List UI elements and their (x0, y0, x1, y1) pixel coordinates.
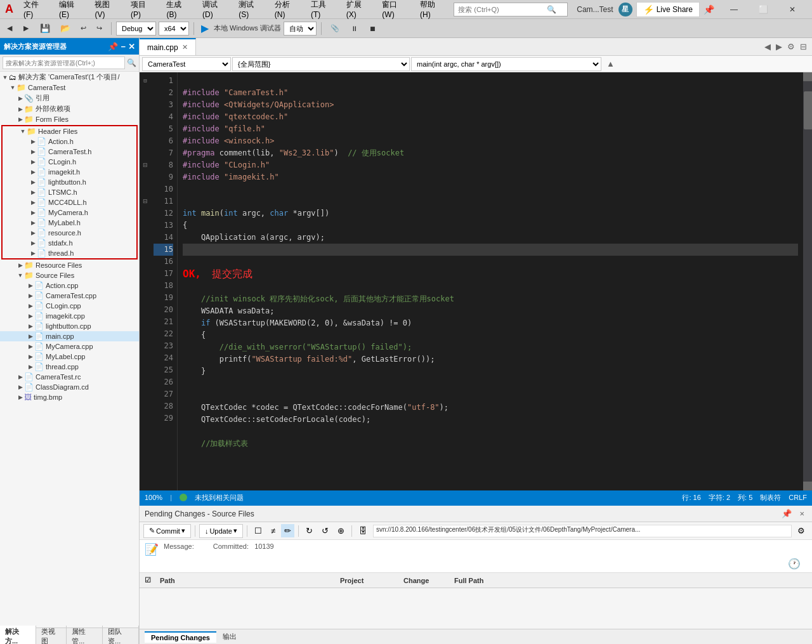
code-content[interactable]: #include "CameraTest.h" #include <QtWidg… (178, 72, 803, 490)
svn-icon-edit[interactable]: ✏ (281, 524, 294, 537)
tree-cameratest-h[interactable]: ▶ 📄 CameraTest.h (3, 147, 136, 157)
menu-view[interactable]: 视图(V) (89, 0, 124, 20)
tree-mylabel-cpp[interactable]: ▶ 📄 MyLabel.cpp (0, 352, 139, 362)
tree-imagekit-h[interactable]: ▶ 📄 imagekit.h (3, 167, 136, 177)
tree-external[interactable]: ▶ 📁 外部依赖项 (0, 103, 139, 114)
svn-icon-refresh[interactable]: ↻ (303, 524, 316, 537)
svn-icon-checkbox[interactable]: ☐ (251, 524, 265, 537)
toolbar-undo[interactable]: ↩ (76, 22, 91, 34)
menu-analyze[interactable]: 分析(N) (270, 0, 304, 20)
sidebar-search-icon[interactable]: 🔍 (127, 58, 136, 67)
svn-icon-more[interactable]: ⊕ (334, 524, 348, 537)
update-button[interactable]: ↓ Update ▾ (199, 524, 243, 538)
debug-config-select[interactable]: Debug (116, 22, 156, 36)
tab-solution-explorer[interactable]: 解决方... (0, 626, 36, 645)
tree-mylabel-h[interactable]: ▶ 📄 MyLabel.h (3, 218, 136, 228)
menu-debug[interactable]: 调试(D) (197, 0, 232, 20)
tree-cd[interactable]: ▶ 📄 ClassDiagram.cd (0, 382, 139, 392)
tree-clogin-cpp[interactable]: ▶ 📄 CLogin.cpp (0, 301, 139, 311)
tree-refs[interactable]: ▶ 📎 引用 (0, 93, 139, 103)
tree-headerfiles[interactable]: ▼ 📁 Header Files (3, 126, 136, 136)
scroll-up-icon[interactable]: ▲ (605, 58, 616, 70)
tab-split-icon[interactable]: ⊟ (799, 41, 808, 53)
tree-imagekit-cpp[interactable]: ▶ 📄 imagekit.cpp (0, 311, 139, 321)
tree-lightbutton-cpp[interactable]: ▶ 📄 lightbutton.cpp (0, 321, 139, 331)
tab-class-view[interactable]: 类视图 (36, 626, 67, 645)
run-config-select[interactable]: 自动 (284, 22, 317, 36)
menu-tools[interactable]: 工具(T) (306, 0, 340, 20)
tree-rc[interactable]: ▶ 📄 CameraTest.rc (0, 372, 139, 382)
sidebar-close-icon[interactable]: ✕ (128, 42, 135, 51)
svn-icon-diff[interactable]: ≠ (268, 524, 278, 537)
scope-dropdown[interactable]: {全局范围} (232, 57, 410, 71)
tree-main-cpp[interactable]: ▶ 📄 main.cpp (0, 331, 139, 341)
svn-icon-repo[interactable]: 🗄 (356, 524, 370, 537)
func-dropdown[interactable]: main(int argc, char * argv[]) (411, 57, 601, 71)
tab-output[interactable]: 输出 (216, 631, 243, 643)
restore-button[interactable]: ⬜ (749, 0, 778, 19)
menu-file[interactable]: 文件(F) (18, 0, 53, 20)
tree-project[interactable]: ▼ 📁 CameraTest (0, 82, 139, 93)
menu-test[interactable]: 测试(S) (233, 0, 268, 20)
tree-mycamera-cpp[interactable]: ▶ 📄 MyCamera.cpp (0, 341, 139, 352)
tree-mycamera-h[interactable]: ▶ 📄 MyCamera.h (3, 207, 136, 218)
tree-action-cpp[interactable]: ▶ 📄 Action.cpp (0, 280, 139, 291)
panel-pin-icon[interactable]: 📌 (779, 508, 794, 520)
toolbar-stop[interactable]: ⏹ (365, 23, 381, 34)
search-input[interactable] (458, 6, 547, 13)
toolbar-back[interactable]: ◀ (3, 22, 16, 34)
toolbar-redo[interactable]: ↪ (92, 22, 107, 34)
panel-collapse-icon[interactable]: × (797, 508, 807, 520)
tree-thread-cpp[interactable]: ▶ 📄 thread.cpp (0, 362, 139, 372)
sidebar-search-input[interactable] (3, 56, 125, 69)
close-button[interactable]: ✕ (778, 0, 807, 19)
toolbar-attach[interactable]: 📎 (326, 22, 344, 34)
minimize-button[interactable]: — (719, 0, 749, 19)
tab-team[interactable]: 团队资... (103, 626, 139, 645)
tree-solution[interactable]: ▼ 🗂 解决方案 'CameraTest'(1 个项目/ (0, 72, 139, 82)
menu-extensions[interactable]: 扩展(X) (341, 0, 376, 20)
tree-resource-h[interactable]: ▶ 📄 resource.h (3, 228, 136, 238)
zoom-level[interactable]: 100% (145, 494, 162, 501)
tree-resourcefiles[interactable]: ▶ 📁 Resource Files (0, 260, 139, 270)
menu-window[interactable]: 窗口(W) (377, 0, 414, 20)
sidebar-collapse-icon[interactable]: − (121, 42, 126, 51)
commit-button[interactable]: ✎ Commit ▾ (143, 524, 191, 538)
tab-scroll-left-icon[interactable]: ◀ (763, 41, 772, 53)
tree-mcc4dll-h[interactable]: ▶ 📄 MCC4DLL.h (3, 197, 136, 207)
tab-pending-changes[interactable]: Pending Changes (145, 631, 216, 643)
menu-help[interactable]: 帮助(H) (415, 0, 450, 20)
tab-settings-icon[interactable]: ⚙ (786, 41, 796, 53)
toolbar-save-all[interactable]: 📂 (56, 22, 75, 35)
tree-cameratest-cpp[interactable]: ▶ 📄 CameraTest.cpp (0, 291, 139, 301)
tree-stdafx-h[interactable]: ▶ 📄 stdafx.h (3, 238, 136, 248)
tree-ltsmc-h[interactable]: ▶ 📄 LTSMC.h (3, 187, 136, 197)
tab-close-maincpp[interactable]: ✕ (182, 43, 188, 51)
menu-project[interactable]: 项目(P) (126, 0, 160, 20)
sidebar-pin-icon[interactable]: 📌 (108, 42, 118, 51)
file-dropdown[interactable]: CameraTest (142, 57, 231, 71)
editor-scrollbar[interactable] (803, 72, 812, 490)
tree-sourcefiles[interactable]: ▼ 📁 Source Files (0, 270, 139, 280)
separator: | (170, 494, 172, 501)
svn-icon-settings[interactable]: ⚙ (794, 524, 808, 537)
tree-bmp[interactable]: ▶ 🖼 timg.bmp (0, 392, 139, 402)
toolbar-forward[interactable]: ▶ (19, 22, 33, 34)
toolbar-break[interactable]: ⏸ (346, 23, 362, 34)
editor-tab-maincpp[interactable]: main.cpp ✕ (140, 38, 196, 56)
tree-clogin-h[interactable]: ▶ 📄 CLogin.h (3, 157, 136, 167)
tree-formfiles[interactable]: ▶ 📁 Form Files (0, 114, 139, 124)
tab-properties[interactable]: 属性管... (67, 626, 103, 645)
menu-edit[interactable]: 编辑(E) (54, 0, 89, 20)
run-button[interactable]: ▶ (199, 22, 211, 34)
tree-action-h[interactable]: ▶ 📄 Action.h (3, 136, 136, 147)
arch-select[interactable]: x64 (159, 22, 189, 36)
pin-icon[interactable]: 📌 (704, 4, 714, 15)
tab-scroll-right-icon[interactable]: ▶ (775, 41, 783, 53)
tree-lightbutton-h[interactable]: ▶ 📄 lightbutton.h (3, 177, 136, 187)
live-share-button[interactable]: ⚡ Live Share (636, 2, 700, 17)
tree-thread-h[interactable]: ▶ 📄 thread.h (3, 248, 136, 258)
menu-build[interactable]: 生成(B) (161, 0, 196, 20)
toolbar-save[interactable]: 💾 (36, 22, 55, 35)
svn-icon-revert[interactable]: ↺ (318, 524, 332, 537)
